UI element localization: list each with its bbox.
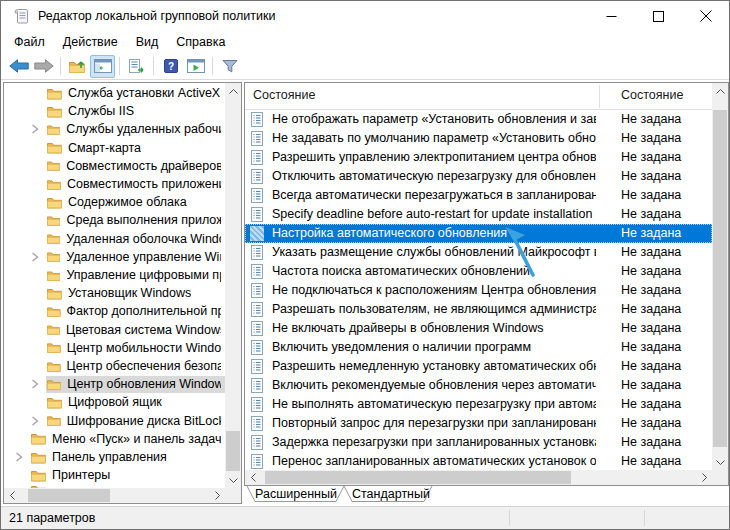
tree-item-body[interactable]: Центр обновления Windows — [46, 376, 225, 393]
scroll-left-arrow-icon[interactable] — [4, 488, 20, 503]
tree-item-body[interactable]: Шифрование диска BitLocker — [46, 412, 225, 429]
close-button[interactable] — [682, 1, 729, 31]
tree-item[interactable]: Центр обновления Windows — [4, 375, 225, 393]
scroll-down-arrow-icon[interactable] — [712, 454, 728, 470]
tree-vscroll-thumb[interactable] — [226, 431, 240, 471]
list-row[interactable]: Включить уведомления о наличии программН… — [245, 338, 712, 357]
tree-item-body[interactable]: Удаленная оболочка Windows — [46, 230, 225, 247]
tree-item-body[interactable]: Панель управления — [30, 449, 171, 466]
tree-item-body[interactable]: Цифровой ящик — [46, 394, 166, 411]
scroll-up-arrow-icon[interactable] — [712, 83, 728, 99]
minimize-button[interactable] — [588, 1, 635, 31]
tree-item[interactable]: Удаленное управление Windo — [4, 248, 225, 266]
expand-chevron[interactable] — [24, 252, 46, 262]
chevron-right-icon[interactable] — [31, 124, 39, 134]
tree-item-body[interactable]: Фактор дополнительной пров — [46, 303, 225, 320]
tree-item-body[interactable]: Смарт-карта — [46, 139, 145, 156]
scroll-right-arrow-icon[interactable] — [696, 470, 712, 485]
tree-item[interactable]: Фактор дополнительной пров — [4, 302, 225, 320]
list-row[interactable]: Не задавать по умолчанию параметр «Устан… — [245, 129, 712, 148]
tree-item[interactable]: Службы IIS — [4, 102, 225, 120]
list-row[interactable]: Частота поиска автоматических обновлений… — [245, 262, 712, 281]
list-row[interactable]: Не отображать параметр «Установить обнов… — [245, 110, 712, 129]
list-row[interactable]: Настройка автоматического обновленияНе з… — [245, 224, 712, 243]
scroll-right-arrow-icon[interactable] — [209, 488, 225, 503]
list-row[interactable]: Отключить автоматическую перезагрузку дл… — [245, 167, 712, 186]
tree-hscroll-thumb[interactable] — [28, 489, 110, 502]
tree-item-body[interactable]: Содержимое облака — [46, 194, 191, 211]
list-row[interactable]: Не включать драйверы в обновления Window… — [245, 319, 712, 338]
list-horizontal-scrollbar[interactable] — [245, 470, 712, 485]
filter-button[interactable] — [217, 55, 242, 78]
scroll-up-arrow-icon[interactable] — [225, 83, 241, 99]
tree-item-body[interactable]: Удаленное управление Windo — [46, 248, 225, 265]
chevron-right-icon[interactable] — [31, 416, 39, 426]
tree-item-body[interactable]: Служба установки ActiveX — [46, 85, 224, 102]
list-row[interactable]: Разрешить управлению электропитанием цен… — [245, 148, 712, 167]
export-list-button[interactable] — [124, 55, 149, 78]
expand-chevron[interactable] — [8, 452, 30, 462]
list-row[interactable]: Specify deadline before auto-restart for… — [245, 205, 712, 224]
scroll-down-arrow-icon[interactable] — [225, 472, 241, 488]
tree-item-body[interactable]: Центр мобильности Windows — [46, 339, 225, 356]
tree-item[interactable]: Удаленная оболочка Windows — [4, 230, 225, 248]
tree-item[interactable]: Панель управления — [4, 448, 225, 466]
list-row[interactable]: Разрешить немедленную установку автомати… — [245, 357, 712, 376]
tree-item[interactable]: Шифрование диска BitLocker — [4, 412, 225, 430]
tree-item[interactable]: Среда выполнения приложен — [4, 211, 225, 229]
tree-horizontal-scrollbar[interactable] — [4, 488, 225, 503]
tree-item[interactable]: Цифровой ящик — [4, 393, 225, 411]
tree-item-body[interactable]: Меню «Пуск» и панель задач — [30, 430, 225, 447]
list-vertical-scrollbar[interactable] — [712, 83, 728, 470]
tree-item-body[interactable]: Службы удаленных рабочих с — [46, 121, 225, 138]
tree-item-body[interactable]: Среда выполнения приложен — [46, 212, 225, 229]
policy-window-button[interactable] — [183, 55, 208, 78]
chevron-right-icon[interactable] — [15, 452, 23, 462]
column-header-name[interactable]: Состояние — [253, 88, 315, 102]
scroll-left-arrow-icon[interactable] — [245, 470, 261, 485]
tree-item[interactable]: Совместимость драйверов и у — [4, 157, 225, 175]
list-row[interactable]: Не выполнять автоматическую перезагрузку… — [245, 395, 712, 414]
list-vscroll-thumb[interactable] — [713, 110, 727, 447]
column-header-state[interactable]: Состояние — [621, 88, 683, 102]
menu-view[interactable]: Вид — [127, 32, 168, 52]
list-hscroll-thumb[interactable] — [265, 471, 571, 484]
tree-item[interactable]: Смарт-карта — [4, 139, 225, 157]
tree-item[interactable]: Центр мобильности Windows — [4, 339, 225, 357]
tree-item[interactable]: Управление цифровыми прав — [4, 266, 225, 284]
tree-item[interactable]: Центр обеспечения безопасн — [4, 357, 225, 375]
tree-item-body[interactable]: Управление цифровыми прав — [46, 267, 225, 284]
tree-item[interactable]: Совместимость приложений — [4, 175, 225, 193]
tree-item[interactable]: Содержимое облака — [4, 193, 225, 211]
tree-item[interactable]: Служба установки ActiveX — [4, 84, 225, 102]
menu-help[interactable]: Справка — [167, 32, 234, 52]
chevron-right-icon[interactable] — [31, 252, 39, 262]
tree-item-body[interactable]: Совместимость драйверов и у — [46, 157, 225, 174]
list-row[interactable]: Всегда автоматически перезагружаться в з… — [245, 186, 712, 205]
tree-item[interactable]: Цветовая система Windows Co — [4, 321, 225, 339]
maximize-button[interactable] — [635, 1, 682, 31]
expand-chevron[interactable] — [24, 379, 46, 389]
tree-item[interactable]: Установщик Windows — [4, 284, 225, 302]
forward-button[interactable] — [31, 55, 56, 78]
tree-item-body[interactable]: Службы IIS — [46, 103, 138, 120]
list-row[interactable]: Повторный запрос для перезагрузки при за… — [245, 414, 712, 433]
tree-vertical-scrollbar[interactable] — [225, 83, 241, 488]
tree-item[interactable]: Меню «Пуск» и панель задач — [4, 430, 225, 448]
tree-item-body[interactable]: Центр обеспечения безопасн — [46, 358, 225, 375]
help-button[interactable]: ? — [158, 55, 183, 78]
back-button[interactable] — [6, 55, 31, 78]
list-row[interactable]: Указать размещение службы обновлений Май… — [245, 243, 712, 262]
tab-extended[interactable]: Расширенный — [255, 487, 337, 501]
expand-chevron[interactable] — [24, 416, 46, 426]
tree-item[interactable]: Службы удаленных рабочих с — [4, 120, 225, 138]
tree-item-body[interactable]: Установщик Windows — [46, 285, 195, 302]
chevron-right-icon[interactable] — [31, 379, 39, 389]
list-row[interactable]: Задержка перезагрузки при запланированны… — [245, 433, 712, 452]
tree-item-body[interactable]: Цветовая система Windows Co — [46, 321, 225, 338]
column-divider[interactable] — [599, 85, 600, 108]
up-one-level-button[interactable] — [65, 55, 90, 78]
list-row[interactable]: Разрешать пользователям, не являющимся а… — [245, 300, 712, 319]
menu-file[interactable]: Файл — [5, 32, 54, 52]
console-tree-button[interactable] — [90, 55, 115, 78]
